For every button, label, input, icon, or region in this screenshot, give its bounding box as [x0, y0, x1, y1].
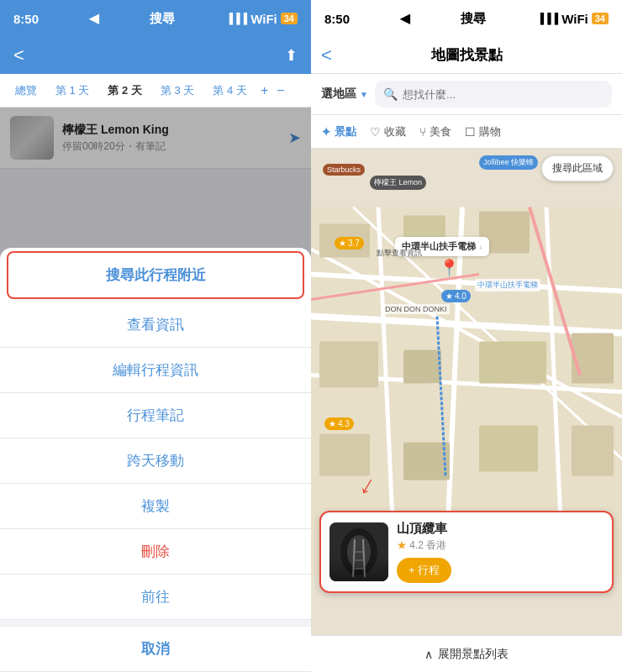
- show-list-label: 展開景點列表: [438, 647, 509, 662]
- right-location-icon: ◀: [400, 11, 410, 26]
- battery-icon: 34: [281, 13, 298, 24]
- left-status-icons: ▐▐▐ WiFi 34: [226, 12, 298, 26]
- context-menu: 搜尋此行程附近 查看資訊 編輯行程資訊 行程筆記 跨天移動 複製 刪除 前往 取…: [0, 248, 311, 672]
- svg-rect-19: [572, 426, 614, 476]
- star-icon-2: ★: [445, 291, 453, 301]
- svg-rect-15: [572, 333, 614, 384]
- menu-divider: [0, 620, 311, 627]
- cat-tab-saved[interactable]: ♡ 收藏: [370, 124, 406, 139]
- search-input[interactable]: [403, 88, 604, 101]
- search-icon: 🔍: [383, 87, 398, 101]
- poi-dondonki: DON DON DONKI: [382, 304, 450, 314]
- star-icon-1: ★: [339, 239, 346, 248]
- menu-search-nearby[interactable]: 搜尋此行程附近: [7, 251, 304, 299]
- left-share-button[interactable]: ⬆: [285, 46, 298, 65]
- left-nav-bar: < ⬆: [0, 37, 311, 74]
- cat-tab-shopping[interactable]: ☐ 購物: [465, 124, 501, 139]
- svg-rect-12: [319, 342, 378, 388]
- wifi-icon: WiFi: [250, 12, 277, 26]
- poi-starbucks: Starbucks: [323, 164, 365, 176]
- search-this-area-button[interactable]: 搜尋此區域: [541, 155, 614, 181]
- map-place-card[interactable]: 山頂纜車 ★ 4.2 香港 + 行程: [319, 511, 614, 593]
- menu-delete[interactable]: 刪除: [0, 529, 311, 575]
- place-card-thumbnail: [329, 522, 388, 581]
- menu-edit-itinerary[interactable]: 編輯行程資訊: [0, 348, 311, 393]
- food-icon: ⑂: [419, 125, 426, 139]
- attractions-icon: ✦: [321, 125, 331, 139]
- right-status-icons: ▐▐▐ WiFi 34: [537, 12, 609, 26]
- region-label: 選地區: [321, 87, 356, 102]
- left-app-name: 搜尋: [150, 11, 175, 27]
- search-box[interactable]: 🔍: [375, 81, 612, 108]
- right-nav-title: 地圖找景點: [431, 45, 503, 65]
- menu-copy[interactable]: 複製: [0, 484, 311, 529]
- poi-jollibee: Jollibee 快樂蜂: [479, 155, 538, 170]
- tab-day1[interactable]: 第 1 天: [47, 78, 98, 103]
- map-area[interactable]: Starbucks 檸檬王 Lemon Jollibee 快樂蜂 中環半山扶手電…: [311, 149, 622, 635]
- menu-notes[interactable]: 行程筆記: [0, 393, 311, 438]
- cat-label-attractions: 景點: [335, 124, 356, 139]
- rating-badge-1: ★ 3.7: [335, 237, 364, 249]
- menu-move-day[interactable]: 跨天移動: [0, 438, 311, 484]
- poi-lemon-king: 檸檬王 Lemon: [370, 176, 426, 190]
- place-card-rating: ★ 4.2 香港: [397, 538, 604, 553]
- svg-rect-18: [479, 426, 538, 472]
- add-to-itinerary-button[interactable]: + 行程: [397, 558, 451, 583]
- left-panel: 8:50 ◀ 搜尋 ▐▐▐ WiFi 34 < ⬆ 總覽 第 1 天 第 2 天…: [0, 0, 311, 672]
- poi-sub1: 點擊查看資訊: [377, 248, 422, 259]
- svg-rect-13: [403, 350, 441, 384]
- rating-badge-3: ★ 4.3: [324, 417, 354, 430]
- place-rating-star: ★: [397, 539, 407, 551]
- right-back-button[interactable]: <: [321, 45, 332, 66]
- right-signal-icon: ▐▐▐: [537, 13, 559, 24]
- tab-add-button[interactable]: +: [257, 81, 271, 100]
- show-list-bar[interactable]: ∧ 展開景點列表: [311, 635, 622, 672]
- left-status-bar: 8:50 ◀ 搜尋 ▐▐▐ WiFi 34: [0, 0, 311, 37]
- escalator-chevron: ›: [479, 242, 482, 252]
- tab-day3[interactable]: 第 3 天: [152, 78, 203, 103]
- cat-label-saved: 收藏: [384, 124, 406, 139]
- place-card-name: 山頂纜車: [397, 521, 604, 537]
- saved-icon: ♡: [370, 125, 381, 139]
- rating-value-3: 4.3: [338, 419, 350, 428]
- tab-overview[interactable]: 總覽: [7, 78, 45, 103]
- region-dropdown-icon: ▼: [360, 90, 368, 99]
- left-location-icon: ◀: [89, 11, 99, 26]
- context-menu-overlay: 搜尋此行程附近 查看資訊 編輯行程資訊 行程筆記 跨天移動 複製 刪除 前往 取…: [0, 108, 311, 672]
- right-wifi-icon: WiFi: [561, 12, 588, 26]
- rating-value-2: 4.0: [455, 291, 466, 301]
- category-tabs: ✦ 景點 ♡ 收藏 ⑂ 美食 ☐ 購物: [311, 115, 622, 149]
- tab-day4[interactable]: 第 4 天: [204, 78, 255, 103]
- cat-label-food: 美食: [430, 124, 451, 139]
- tab-remove-button[interactable]: −: [273, 81, 287, 100]
- cat-label-shopping: 購物: [479, 124, 501, 139]
- right-app-name: 搜尋: [461, 11, 486, 27]
- shopping-icon: ☐: [465, 125, 476, 139]
- signal-icon: ▐▐▐: [226, 13, 248, 24]
- menu-view-info[interactable]: 查看資訊: [0, 302, 311, 348]
- cat-tab-attractions[interactable]: ✦ 景點: [321, 124, 356, 139]
- tab-day2[interactable]: 第 2 天: [99, 78, 150, 103]
- place-card-info: 山頂纜車 ★ 4.2 香港 + 行程: [397, 521, 604, 583]
- menu-cancel-button[interactable]: 取消: [0, 627, 311, 672]
- right-panel: 8:50 ◀ 搜尋 ▐▐▐ WiFi 34 < 地圖找景點 選地區 ▼ 🔍 ✦ …: [311, 0, 622, 672]
- left-time: 8:50: [13, 12, 39, 26]
- right-status-bar: 8:50 ◀ 搜尋 ▐▐▐ WiFi 34: [311, 0, 622, 37]
- right-time: 8:50: [324, 12, 350, 26]
- svg-rect-14: [479, 342, 546, 384]
- poi-central-mid: 中環半山扶手電梯: [475, 279, 540, 291]
- menu-navigate[interactable]: 前往: [0, 575, 311, 620]
- rating-badge-2: ★ 4.0: [441, 290, 471, 302]
- rating-value-1: 3.7: [348, 239, 360, 248]
- search-area: 選地區 ▼ 🔍: [311, 74, 622, 115]
- tabs-bar: 總覽 第 1 天 第 2 天 第 3 天 第 4 天 + −: [0, 74, 311, 108]
- right-nav-bar: < 地圖找景點: [311, 37, 622, 74]
- place-location: 香港: [426, 539, 446, 551]
- left-back-button[interactable]: <: [13, 45, 24, 66]
- cat-tab-food[interactable]: ⑂ 美食: [419, 124, 451, 139]
- chevron-up-icon: ∧: [424, 648, 433, 661]
- region-selector[interactable]: 選地區 ▼: [321, 87, 368, 102]
- star-icon-3: ★: [329, 419, 336, 428]
- place-rating-value: 4.2: [409, 539, 424, 551]
- current-location-pin: 📍: [439, 258, 460, 278]
